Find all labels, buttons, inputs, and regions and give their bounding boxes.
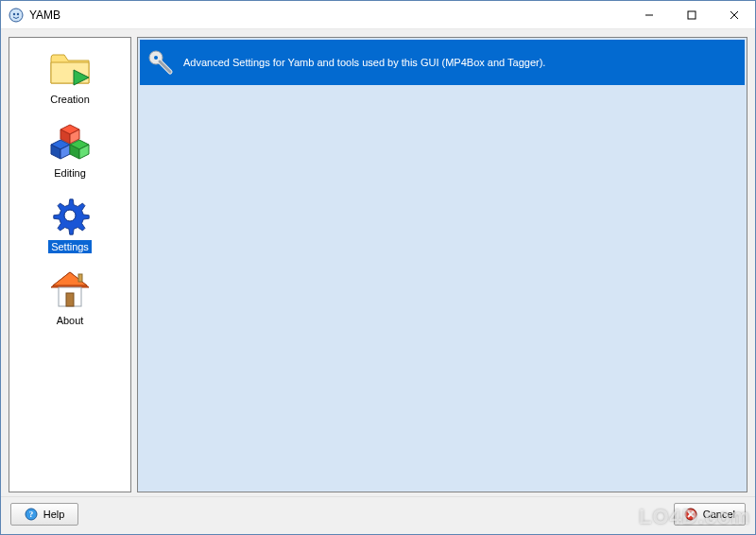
svg-point-1 <box>13 12 15 14</box>
sidebar-item-settings[interactable]: Settings <box>43 191 96 255</box>
sidebar-item-label: Editing <box>51 166 89 180</box>
cancel-button[interactable]: Cancel <box>674 503 746 526</box>
cancel-icon <box>684 508 697 521</box>
sidebar-item-label: About <box>54 314 87 327</box>
content-panel: Advanced Settings for Yamb and tools use… <box>137 37 747 492</box>
close-button[interactable] <box>713 1 755 28</box>
settings-banner: Advanced Settings for Yamb and tools use… <box>140 40 745 85</box>
wrench-icon <box>147 49 174 76</box>
home-icon <box>47 267 93 312</box>
svg-text:?: ? <box>28 509 33 519</box>
window-controls <box>627 1 755 28</box>
sidebar-item-label: Creation <box>47 93 93 106</box>
main-row: Creation <box>1 29 755 496</box>
svg-rect-4 <box>688 11 696 19</box>
gear-icon <box>47 193 93 238</box>
window-body: Creation <box>1 29 755 534</box>
svg-point-25 <box>154 56 158 60</box>
banner-text: Advanced Settings for Yamb and tools use… <box>183 57 545 68</box>
footer: ? Help Cancel <box>1 496 755 534</box>
cubes-icon <box>47 119 93 164</box>
help-button-label: Help <box>43 509 65 520</box>
svg-point-0 <box>9 9 23 22</box>
help-button[interactable]: ? Help <box>10 503 78 526</box>
sidebar-item-label: Settings <box>48 240 92 253</box>
sidebar-item-editing[interactable]: Editing <box>43 117 96 181</box>
svg-point-18 <box>64 210 76 221</box>
window-title: YAMB <box>29 9 60 22</box>
titlebar: YAMB <box>1 1 755 29</box>
maximize-button[interactable] <box>670 1 713 28</box>
app-icon <box>9 8 24 23</box>
window: YAMB <box>0 0 756 535</box>
svg-rect-21 <box>66 293 74 306</box>
minimize-button[interactable] <box>627 1 670 28</box>
folder-play-icon <box>47 45 93 91</box>
svg-rect-23 <box>78 274 82 282</box>
help-icon: ? <box>25 508 38 521</box>
sidebar: Creation <box>9 37 131 492</box>
sidebar-item-creation[interactable]: Creation <box>43 43 96 108</box>
sidebar-item-about[interactable]: About <box>43 265 96 329</box>
svg-point-2 <box>17 12 19 14</box>
cancel-button-label: Cancel <box>703 509 735 520</box>
